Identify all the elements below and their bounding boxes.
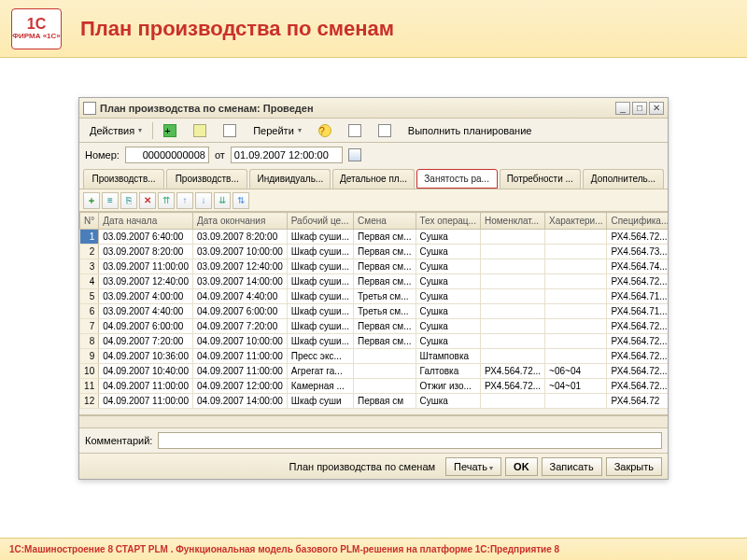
grid-insert-button[interactable]: ≡	[102, 192, 119, 209]
cell[interactable]: Третья см...	[354, 304, 416, 319]
date-input[interactable]	[231, 147, 343, 163]
cell[interactable]: РХ4.564.72...	[607, 334, 668, 349]
cell[interactable]: 03.09.2007 8:20:00	[193, 230, 288, 245]
post-icon[interactable]	[187, 121, 213, 140]
dmo-icon[interactable]	[342, 121, 368, 140]
cell[interactable]	[480, 394, 544, 409]
table-row[interactable]: 1104.09.2007 11:00:0004.09.2007 12:00:00…	[80, 379, 669, 394]
table-row[interactable]: 1204.09.2007 11:00:0004.09.2007 14:00:00…	[80, 394, 669, 409]
cell[interactable]: Сушка	[416, 245, 480, 259]
table-row[interactable]: 203.09.2007 8:20:0003.09.2007 10:00:00Шк…	[80, 245, 669, 259]
cell[interactable]	[480, 349, 544, 364]
cell[interactable]	[545, 230, 607, 245]
cell[interactable]: Шкаф суши...	[287, 259, 353, 274]
cell[interactable]: Шкаф суши	[287, 394, 353, 409]
cell[interactable]: Первая см...	[354, 319, 416, 334]
cell[interactable]: 03.09.2007 12:40:00	[99, 274, 193, 289]
cell[interactable]: Пресс экс...	[287, 349, 353, 364]
cell[interactable]: 03.09.2007 8:20:00	[99, 245, 193, 259]
window-titlebar[interactable]: План производства по сменам: Проведен _ …	[79, 98, 668, 119]
column-header[interactable]: Номенклат...	[480, 213, 544, 230]
cell[interactable]	[354, 364, 416, 379]
column-header[interactable]: N°	[80, 213, 99, 230]
cell[interactable]: РХ4.564.73...	[607, 245, 668, 259]
calendar-icon[interactable]	[348, 148, 361, 161]
cell[interactable]	[545, 394, 607, 409]
table-row[interactable]: 503.09.2007 4:00:0004.09.2007 4:40:00Шка…	[80, 289, 669, 304]
cell[interactable]: 8	[80, 334, 99, 349]
grid-first-button[interactable]: ⇈	[158, 192, 175, 209]
grid-container[interactable]: N°Дата началаДата окончанияРабочий це...…	[79, 212, 668, 415]
add-icon[interactable]: +	[157, 121, 183, 140]
data-grid[interactable]: N°Дата началаДата окончанияРабочий це...…	[79, 212, 668, 409]
cell[interactable]: РХ4.564.72...	[607, 319, 668, 334]
cell[interactable]	[480, 334, 544, 349]
grid-down-button[interactable]: ↓	[195, 192, 212, 209]
column-header[interactable]: Дата начала	[99, 213, 193, 230]
close-window-button[interactable]: Закрыть	[606, 457, 662, 476]
cell[interactable]: Сушка	[416, 230, 480, 245]
cell[interactable]: 04.09.2007 11:00:00	[193, 349, 288, 364]
column-header[interactable]: Смена	[354, 213, 416, 230]
cell[interactable]: Шкаф суши...	[287, 304, 353, 319]
cell[interactable]: Сушка	[416, 304, 480, 319]
column-header[interactable]: Характери...	[545, 213, 607, 230]
save-button[interactable]: Записать	[542, 457, 602, 476]
grid-copy-button[interactable]: ⎘	[120, 192, 137, 209]
table-row[interactable]: 804.09.2007 7:20:0004.09.2007 10:00:00Шк…	[80, 334, 669, 349]
cell[interactable]	[480, 230, 544, 245]
close-button[interactable]: ✕	[649, 102, 664, 115]
cell[interactable]: 03.09.2007 10:00:00	[193, 245, 288, 259]
cell[interactable]: ~04~01	[545, 379, 607, 394]
cell[interactable]: Первая см...	[354, 274, 416, 289]
cell[interactable]	[545, 349, 607, 364]
column-header[interactable]: Специфика...	[607, 213, 668, 230]
ok-button[interactable]: OK	[505, 457, 538, 476]
cell[interactable]: 6	[80, 304, 99, 319]
cell[interactable]: Шкаф суши...	[287, 289, 353, 304]
cell[interactable]: 04.09.2007 11:00:00	[99, 379, 193, 394]
tab-3[interactable]: Детальное пл...	[332, 169, 414, 189]
cell[interactable]: 03.09.2007 4:00:00	[99, 289, 193, 304]
table-row[interactable]: 103.09.2007 6:40:0003.09.2007 8:20:00Шка…	[80, 230, 669, 245]
tab-6[interactable]: Дополнитель...	[583, 169, 664, 189]
cell[interactable]: Камерная ...	[287, 379, 353, 394]
cell[interactable]: РХ4.564.72...	[607, 379, 668, 394]
cell[interactable]: 04.09.2007 4:40:00	[193, 289, 288, 304]
cell[interactable]: 04.09.2007 7:20:00	[99, 334, 193, 349]
tab-0[interactable]: Производств...	[83, 169, 164, 189]
cell[interactable]: 04.09.2007 14:00:00	[193, 394, 288, 409]
cell[interactable]: Шкаф суши...	[287, 274, 353, 289]
table-row[interactable]: 704.09.2007 6:00:0004.09.2007 7:20:00Шка…	[80, 319, 669, 334]
goto-menu[interactable]: Перейти	[247, 122, 308, 139]
minimize-button[interactable]: _	[615, 102, 630, 115]
cell[interactable]: Сушка	[416, 394, 480, 409]
cell[interactable]: Сушка	[416, 334, 480, 349]
cell[interactable]: РХ4.564.72...	[607, 230, 668, 245]
list-icon[interactable]	[217, 121, 243, 140]
cell[interactable]: Галтовка	[416, 364, 480, 379]
cell[interactable]: 11	[80, 379, 99, 394]
cell[interactable]: Первая см...	[354, 259, 416, 274]
print-button[interactable]: Печать	[445, 457, 501, 476]
cell[interactable]	[480, 245, 544, 259]
cell[interactable]	[545, 274, 607, 289]
number-input[interactable]	[125, 147, 209, 163]
cell[interactable]: Сушка	[416, 274, 480, 289]
cell[interactable]: Сушка	[416, 289, 480, 304]
tab-5[interactable]: Потребности ...	[500, 169, 581, 189]
cell[interactable]	[354, 349, 416, 364]
table-row[interactable]: 303.09.2007 11:00:0003.09.2007 12:40:00Ш…	[80, 259, 669, 274]
cell[interactable]: Шкаф суши...	[287, 334, 353, 349]
run-planning-button[interactable]: Выполнить планирование	[402, 122, 539, 139]
cell[interactable]: 12	[80, 394, 99, 409]
cell[interactable]: 04.09.2007 10:40:00	[99, 364, 193, 379]
cell[interactable]	[545, 334, 607, 349]
cell[interactable]	[545, 319, 607, 334]
cell[interactable]: РХ4.564.72...	[607, 349, 668, 364]
tab-4[interactable]: Занятость ра...	[416, 169, 498, 189]
cell[interactable]: 7	[80, 319, 99, 334]
cell[interactable]: Сушка	[416, 319, 480, 334]
help-icon[interactable]: ?	[312, 121, 338, 140]
cell[interactable]: 03.09.2007 12:40:00	[193, 259, 288, 274]
